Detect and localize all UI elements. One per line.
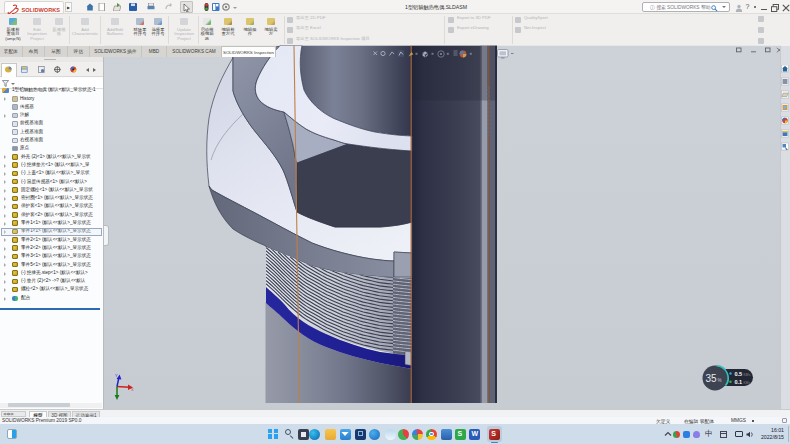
svg-text:KB/s: KB/s: [744, 381, 751, 385]
svg-text:0.5: 0.5: [735, 371, 743, 377]
svg-text:KB/s: KB/s: [744, 373, 751, 377]
svg-text:%: %: [718, 378, 722, 383]
svg-text:X: X: [131, 387, 134, 392]
svg-text:35: 35: [706, 373, 718, 384]
svg-text:Y: Y: [115, 373, 118, 378]
svg-text:0.1: 0.1: [735, 379, 743, 385]
